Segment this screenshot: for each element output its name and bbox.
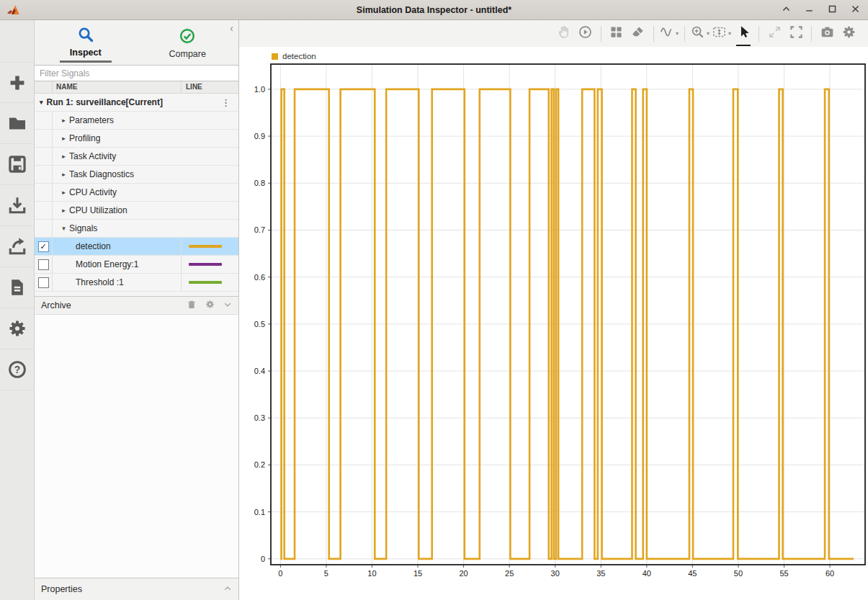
svg-text:0.3: 0.3 xyxy=(254,413,265,422)
folder-icon xyxy=(8,114,27,133)
column-header-line: LINE xyxy=(181,81,238,93)
app-window: Simulation Data Inspector - untitled* ? … xyxy=(0,0,868,600)
signal-checkbox[interactable] xyxy=(38,277,49,288)
caret-right-icon[interactable]: ▸ xyxy=(59,135,68,142)
group-label: Profiling xyxy=(69,133,100,143)
signal-options-button[interactable]: ▾ xyxy=(658,24,680,43)
toolbar-separator xyxy=(601,26,601,42)
tree-group-row[interactable]: ▸Profiling xyxy=(35,130,238,148)
plot-legend: detection xyxy=(272,52,316,61)
group-label: Task Diagnostics xyxy=(69,169,134,179)
plot-toolbar: ▾▾▾ xyxy=(239,20,868,47)
save-icon xyxy=(8,155,27,174)
close-button[interactable] xyxy=(850,5,861,16)
archive-settings-gear-icon[interactable] xyxy=(205,300,215,311)
toolbar-separator xyxy=(653,26,654,42)
signal-checkbox[interactable]: ✓ xyxy=(38,241,49,252)
layout-button[interactable] xyxy=(606,24,627,43)
tree-group-row[interactable]: ▸Parameters xyxy=(35,112,238,130)
open-button[interactable] xyxy=(0,103,34,144)
group-label: CPU Activity xyxy=(69,187,117,197)
signal-line-swatch xyxy=(189,281,222,284)
signal-row[interactable]: Threshold :1 xyxy=(35,274,238,292)
chevron-up-icon[interactable] xyxy=(223,584,232,595)
tree-group-row[interactable]: ▸Task Diagnostics xyxy=(35,166,238,184)
zoom-box-icon xyxy=(712,25,726,42)
svg-text:0.5: 0.5 xyxy=(254,320,265,328)
dropdown-caret-icon[interactable]: ▾ xyxy=(728,30,731,37)
titlebar: Simulation Data Inspector - untitled* xyxy=(0,0,868,20)
maximize-button[interactable] xyxy=(827,5,838,16)
minimize-button[interactable] xyxy=(804,5,815,16)
tree-group-row[interactable]: ▸CPU Activity xyxy=(35,184,238,202)
gear-icon xyxy=(842,25,856,42)
dropdown-caret-icon[interactable]: ▾ xyxy=(676,30,679,37)
caret-right-icon[interactable]: ▸ xyxy=(59,189,68,196)
export-button[interactable] xyxy=(0,226,34,267)
fit-to-view-button[interactable] xyxy=(785,24,807,43)
help-icon: ? xyxy=(8,360,27,379)
kebab-menu-icon[interactable]: ⋮ xyxy=(221,97,231,108)
pointer-button[interactable] xyxy=(733,24,754,43)
svg-text:?: ? xyxy=(14,364,19,375)
zoom-in-button[interactable]: ▾ xyxy=(689,24,711,43)
svg-text:0.8: 0.8 xyxy=(254,179,265,187)
filter-signals-input[interactable] xyxy=(35,65,238,81)
signal-row[interactable]: ✓detection xyxy=(35,238,238,256)
caret-right-icon[interactable]: ▸ xyxy=(59,117,68,124)
signal-checkbox[interactable] xyxy=(38,259,49,270)
plot-settings-button[interactable] xyxy=(838,24,859,43)
report-button[interactable] xyxy=(0,267,34,308)
replay-button[interactable] xyxy=(575,24,596,43)
properties-bar[interactable]: Properties xyxy=(35,578,238,600)
tab-compare[interactable]: Compare xyxy=(137,20,239,65)
caret-right-icon[interactable]: ▸ xyxy=(59,171,68,178)
save-button[interactable] xyxy=(0,144,34,185)
eraser-icon xyxy=(631,25,645,42)
svg-text:35: 35 xyxy=(596,569,605,578)
expand-button xyxy=(764,24,785,43)
zoom-region-button[interactable]: ▾ xyxy=(711,24,733,43)
dropdown-caret-icon[interactable]: ▾ xyxy=(707,30,710,37)
svg-text:0.7: 0.7 xyxy=(254,225,265,234)
pointer-icon xyxy=(737,25,751,42)
chevron-down-icon[interactable] xyxy=(223,300,232,311)
collapse-sidebar-icon[interactable]: ‹ xyxy=(230,22,233,34)
archive-label: Archive xyxy=(41,300,71,310)
run-row[interactable]: ▾ Run 1: surveillance[Current] ⋮ xyxy=(35,94,238,112)
matlab-logo-icon xyxy=(6,3,20,19)
tree-group-row[interactable]: ▸Task Activity xyxy=(35,148,238,166)
toolbar-separator xyxy=(684,26,685,42)
group-label: CPU Utilization xyxy=(69,205,127,215)
caret-down-icon[interactable]: ▾ xyxy=(40,99,43,106)
caret-right-icon[interactable]: ▸ xyxy=(59,153,68,160)
signal-line-swatch xyxy=(189,263,222,266)
tree-group-row[interactable]: ▸CPU Utilization xyxy=(35,202,238,220)
plus-icon xyxy=(8,73,27,92)
caret-down-icon[interactable]: ▾ xyxy=(59,225,68,232)
archive-bar[interactable]: Archive xyxy=(35,296,238,315)
window-controls xyxy=(781,0,861,20)
signal-row[interactable]: Motion Energy:1 xyxy=(35,256,238,274)
signal-plot[interactable]: 05101520253035404550556000.10.20.30.40.5… xyxy=(239,47,868,600)
toolbar-separator xyxy=(811,26,812,42)
clear-plot-button[interactable] xyxy=(627,24,649,43)
preferences-button[interactable] xyxy=(0,308,34,349)
signal-table-header: NAME LINE xyxy=(35,81,238,94)
tree-group-row[interactable]: ▾Signals xyxy=(35,220,238,238)
expand-icon xyxy=(768,25,782,42)
svg-text:0.4: 0.4 xyxy=(254,367,265,375)
toolbar-separator xyxy=(759,26,759,42)
help-button[interactable]: ? xyxy=(0,349,34,390)
window-title: Simulation Data Inspector - untitled* xyxy=(0,5,868,15)
caret-right-icon[interactable]: ▸ xyxy=(59,207,68,214)
svg-text:0: 0 xyxy=(261,555,265,563)
snapshot-button[interactable] xyxy=(816,24,838,43)
check-circle-icon xyxy=(179,28,195,47)
trash-icon[interactable] xyxy=(187,300,197,312)
import-button[interactable] xyxy=(0,185,34,226)
tab-inspect[interactable]: Inspect xyxy=(35,20,137,65)
new-button[interactable] xyxy=(0,62,34,103)
camera-icon xyxy=(820,25,834,42)
collapse-window-button[interactable] xyxy=(781,5,792,16)
